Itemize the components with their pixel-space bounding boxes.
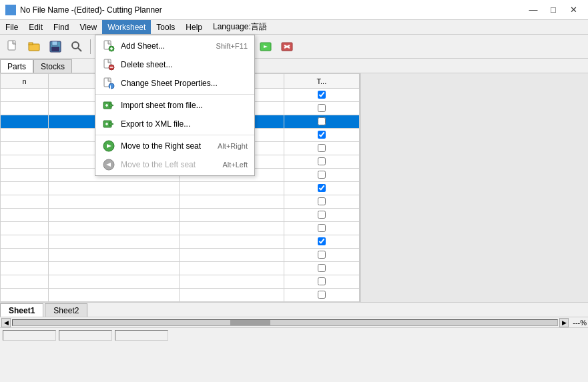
svg-line-7 [78,48,81,51]
grid-checkbox-cell[interactable] [284,182,359,195]
close-button[interactable]: ✕ [564,3,583,17]
grid-cell [1,169,49,182]
right-panel [360,73,588,302]
grid-checkbox[interactable] [318,237,326,245]
grid-checkbox-cell[interactable] [284,249,359,262]
menu-import-sheet[interactable]: Import sheet from file... [95,96,254,115]
grid-cell [1,289,49,302]
grid-checkbox-cell[interactable] [284,195,359,209]
new-button[interactable] [3,37,23,56]
grid-cell [179,289,284,302]
grid-checkbox-cell[interactable] [284,155,359,169]
move-left-label: Move to the Left seat [121,160,217,169]
stocks-tab[interactable]: Stocks [33,59,72,73]
grid-checkbox[interactable] [318,291,326,299]
grid-checkbox-cell[interactable] [284,142,359,155]
add-sheet-icon [102,39,115,53]
open-button[interactable] [24,37,44,56]
grid-checkbox-cell[interactable] [284,235,359,249]
move-right-shortcut: Alt+Right [218,142,248,150]
table-row[interactable] [1,222,360,235]
delete-red-button[interactable] [277,37,297,56]
parts-tab[interactable]: Parts [0,59,33,73]
grid-cell [1,235,49,249]
grid-cell [1,262,49,275]
grid-checkbox[interactable] [318,277,326,285]
grid-cell [179,275,284,289]
grid-checkbox[interactable] [318,131,326,139]
move-right-icon [102,139,115,153]
grid-checkbox-cell[interactable] [284,102,359,115]
table-row[interactable] [1,182,360,195]
sheet2-tab[interactable]: Sheet2 [45,303,87,317]
menu-item-file[interactable]: File [0,20,23,34]
grid-checkbox[interactable] [318,104,326,112]
menu-item-find[interactable]: Find [48,20,74,34]
grid-checkbox-cell[interactable] [284,209,359,222]
grid-checkbox[interactable] [318,251,326,259]
menu-item-worksheet[interactable]: Worksheet [102,20,151,34]
export-green-button[interactable] [256,37,276,56]
sheet1-tab[interactable]: Sheet1 [0,303,43,317]
move-right-label: Move to the Right seat [121,141,212,151]
menu-change-props[interactable]: i Change Sheet Properties... [95,74,254,93]
grid-checkbox[interactable] [318,157,326,165]
scroll-right-button[interactable]: ▶ [559,318,569,327]
status-bar [0,327,588,342]
svg-point-6 [72,42,79,49]
scroll-thumb[interactable] [230,320,270,325]
menu-move-right[interactable]: Move to the Right seat Alt+Right [95,137,254,155]
scroll-left-button[interactable]: ◀ [1,318,11,327]
grid-cell [1,209,49,222]
menu-delete-sheet[interactable]: Delete sheet... [95,55,254,74]
table-row[interactable] [1,289,360,302]
grid-checkbox-cell[interactable] [284,222,359,235]
export-xml-label: Export to XML file... [121,119,248,129]
menu-export-xml[interactable]: Export to XML file... [95,115,254,133]
sheet-tabs-bar: Sheet1 Sheet2 [0,302,588,317]
grid-checkbox-cell[interactable] [284,129,359,142]
grid-cell [1,102,49,115]
menu-item-language[interactable]: Language:言語 [208,20,272,34]
search-button[interactable] [67,37,87,56]
grid-checkbox-cell[interactable] [284,115,359,129]
grid-checkbox[interactable] [318,264,326,272]
grid-cell [1,222,49,235]
grid-checkbox-cell[interactable] [284,169,359,182]
grid-checkbox[interactable] [318,224,326,232]
maximize-button[interactable]: □ [544,3,563,17]
export-green-icon [259,40,272,53]
grid-checkbox-cell[interactable] [284,275,359,289]
scroll-track[interactable] [12,319,558,326]
table-row[interactable] [1,262,360,275]
table-row[interactable] [1,275,360,289]
grid-checkbox[interactable] [318,171,326,179]
table-row[interactable] [1,209,360,222]
grid-checkbox-cell[interactable] [284,262,359,275]
grid-checkbox[interactable] [318,211,326,219]
grid-checkbox[interactable] [318,144,326,152]
grid-checkbox[interactable] [318,117,326,125]
grid-cell [49,195,179,209]
grid-checkbox[interactable] [318,91,326,99]
move-left-shortcut: Alt+Left [222,161,248,169]
grid-checkbox[interactable] [318,197,326,205]
grid-checkbox[interactable] [318,184,326,192]
menu-add-sheet[interactable]: Add Sheet... Shift+F11 [95,37,254,55]
grid-cell [49,222,179,235]
table-row[interactable] [1,249,360,262]
grid-cell [49,209,179,222]
new-icon [6,40,19,53]
minimize-button[interactable]: — [524,3,543,17]
grid-checkbox-cell[interactable] [284,289,359,302]
table-row[interactable] [1,235,360,249]
menu-item-help[interactable]: Help [180,20,208,34]
grid-checkbox-cell[interactable] [284,89,359,102]
export-icon [102,117,115,131]
grid-cell [1,142,49,155]
menu-item-edit[interactable]: Edit [23,20,48,34]
save-button[interactable] [45,37,65,56]
menu-item-tools[interactable]: Tools [151,20,180,34]
menu-item-view[interactable]: View [74,20,102,34]
table-row[interactable] [1,195,360,209]
